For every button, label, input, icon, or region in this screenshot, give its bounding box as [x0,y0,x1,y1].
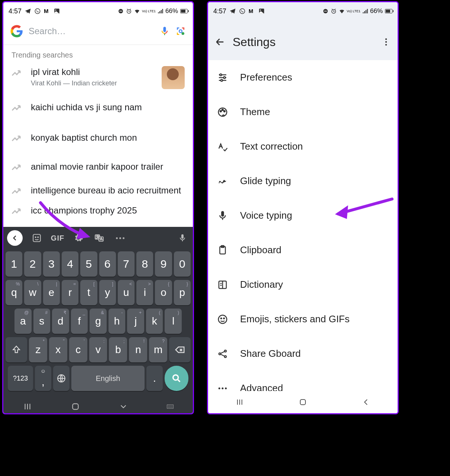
svg-rect-57 [300,400,305,405]
key-b[interactable]: b; [109,337,127,362]
back-nav-icon[interactable] [119,402,128,411]
svg-point-50 [224,318,225,319]
trending-item[interactable]: animal movie ranbir kapoor trailer [3,153,193,180]
svg-point-21 [169,406,170,407]
settings-item-dictionary[interactable]: Dictionary [208,267,398,302]
settings-item-glide-typing[interactable]: Glide typing [208,164,398,198]
key-o[interactable]: o{ [155,280,172,305]
svg-point-0 [35,9,40,14]
translate-icon[interactable]: 文A [93,231,106,245]
language-key[interactable] [53,366,69,391]
key-8[interactable]: 8 [136,251,153,277]
key-2[interactable]: 2 [24,251,41,277]
key-p[interactable]: p} [174,280,191,305]
key-d[interactable]: d₹ [52,309,69,334]
svg-point-55 [222,387,224,389]
key-s[interactable]: s# [33,309,51,334]
phone-left-google-search: 4:57 M Vo) LTE1 66% Search… Trending sea… [2,1,194,414]
key-n[interactable]: n! [129,337,147,362]
svg-point-31 [260,10,261,11]
key-4[interactable]: 4 [62,251,78,277]
search-input[interactable]: Search… [29,26,154,36]
trending-item[interactable]: konyak baptist church mon [3,123,193,153]
lte-label: Vo) LTE1 [347,10,360,13]
settings-item-preferences[interactable]: Preferences [208,60,398,95]
svg-point-20 [168,406,169,407]
gear-icon[interactable] [72,231,85,245]
svg-point-42 [220,110,221,112]
wifi-icon [134,8,140,14]
key-z[interactable]: z* [29,337,47,362]
trending-item[interactable]: icc champions trophy 2025 [3,200,193,221]
more-vert-icon[interactable] [381,37,391,47]
key-1[interactable]: 1 [6,251,22,277]
symbols-key[interactable]: ?123 [8,366,33,391]
shift-key[interactable] [6,337,27,362]
trending-item[interactable]: kaichi uchida vs ji sung nam [3,92,193,123]
settings-item-emojis-stickers-and-gifs[interactable]: Emojis, stickers and GIFs [208,302,398,336]
settings-item-label: Theme [240,106,270,118]
key-3[interactable]: 3 [43,251,60,277]
key-e[interactable]: e| [43,280,60,305]
settings-item-label: Share Gboard [240,348,301,359]
home-nav-icon[interactable] [71,402,80,411]
settings-item-voice-typing[interactable]: Voice typing [208,198,398,233]
key-l[interactable]: l) [165,309,182,334]
keyboard-switch-icon[interactable] [166,402,174,411]
svg-point-36 [385,41,387,43]
search-bar[interactable]: Search… [3,20,193,45]
period-key[interactable]: . [146,366,163,391]
recents-nav-icon[interactable] [235,398,244,407]
key-j[interactable]: j+ [127,309,144,334]
key-m[interactable]: m? [149,337,167,362]
settings-item-clipboard[interactable]: Clipboard [208,233,398,267]
trending-icon [11,133,22,144]
key-y[interactable]: y] [99,280,116,305]
signal-icon [362,8,369,14]
key-k[interactable]: k( [146,309,163,334]
telegram-icon [229,8,236,14]
key-a[interactable]: a@ [14,309,32,334]
key-6[interactable]: 6 [99,251,116,277]
voice-search-icon[interactable] [159,26,170,36]
key-i[interactable]: i> [136,280,153,305]
settings-item-theme[interactable]: Theme [208,95,398,129]
key-5[interactable]: 5 [80,251,97,277]
key-7[interactable]: 7 [118,251,135,277]
key-0[interactable]: 0 [174,251,191,277]
key-r[interactable]: r= [62,280,78,305]
trending-item[interactable]: ipl virat kohli Virat Kohli — Indian cri… [3,63,193,92]
backspace-key[interactable] [169,337,191,362]
svg-point-38 [220,74,222,76]
key-u[interactable]: u< [118,280,135,305]
trending-item[interactable]: intelligence bureau ib acio recruitment [3,180,193,200]
gif-button[interactable]: GIF [51,231,64,245]
key-x[interactable]: x" [49,337,67,362]
svg-text:文: 文 [96,235,100,239]
keyboard-collapse-button[interactable] [7,230,23,246]
key-q[interactable]: q% [6,280,22,305]
back-icon[interactable] [215,37,225,47]
sticker-icon[interactable] [30,231,43,245]
key-t[interactable]: t[ [80,280,97,305]
settings-item-share-gboard[interactable]: Share Gboard [208,336,398,371]
comma-key[interactable]: ☺, [35,366,51,391]
key-f[interactable]: f_ [71,309,88,334]
key-w[interactable]: w\ [24,280,41,305]
key-c[interactable]: c' [69,337,87,362]
home-nav-icon[interactable] [298,398,307,407]
settings-item-text-correction[interactable]: Text correction [208,129,398,164]
key-g[interactable]: g& [90,309,107,334]
recents-nav-icon[interactable] [23,402,32,411]
search-key[interactable] [165,366,188,391]
back-nav-icon[interactable] [362,398,370,407]
dnd-icon [322,8,329,14]
key-v[interactable]: v: [89,337,107,362]
key-9[interactable]: 9 [155,251,172,277]
key-h[interactable]: h- [109,309,126,334]
more-icon[interactable] [113,231,127,245]
spacebar[interactable]: English [71,366,145,391]
google-logo-icon [10,25,23,38]
mic-icon[interactable] [176,231,189,245]
google-lens-icon[interactable] [175,26,186,37]
